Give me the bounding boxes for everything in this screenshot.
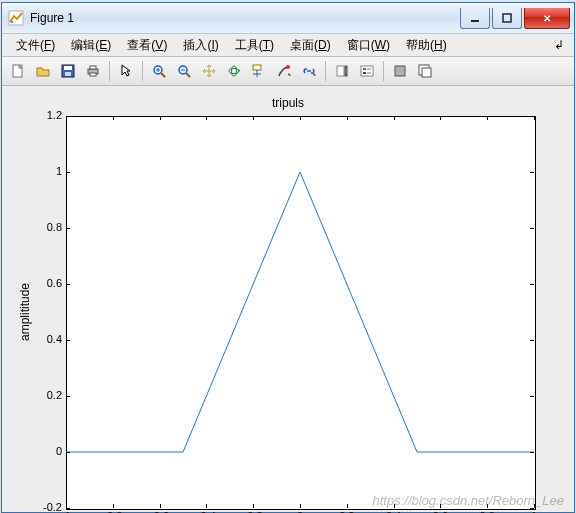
menu-window[interactable]: 窗口(W) <box>339 35 398 56</box>
plot-title: tripuls <box>2 96 574 110</box>
figure-content: tripuls amplititude -0.200.20.40.60.811.… <box>2 86 574 512</box>
x-tick <box>253 504 254 508</box>
y-tick-label: 0 <box>22 445 62 457</box>
menu-insert[interactable]: 插入(I) <box>175 35 226 56</box>
x-tick <box>347 504 348 508</box>
x-tick <box>534 116 535 120</box>
new-figure-button[interactable] <box>6 59 30 83</box>
y-tick-label: 0.2 <box>22 389 62 401</box>
menu-file[interactable]: 文件(F) <box>8 35 63 56</box>
y-tick <box>66 452 70 453</box>
y-tick <box>530 452 534 453</box>
toolbar-separator <box>142 61 143 81</box>
brush-button[interactable] <box>272 59 296 83</box>
svg-rect-20 <box>253 65 261 70</box>
y-tick <box>530 284 534 285</box>
svg-line-12 <box>161 73 165 77</box>
title-bar[interactable]: Figure 1 ✕ <box>2 3 574 34</box>
pointer-button[interactable] <box>114 59 138 83</box>
show-plot-tools-button[interactable] <box>413 59 437 83</box>
svg-rect-24 <box>337 66 344 76</box>
y-tick <box>530 340 534 341</box>
svg-point-23 <box>286 65 290 69</box>
svg-rect-10 <box>90 73 96 76</box>
zoom-out-button[interactable] <box>172 59 196 83</box>
toolbar-separator <box>325 61 326 81</box>
y-tick <box>66 172 70 173</box>
x-tick <box>440 116 441 120</box>
x-tick <box>300 504 301 508</box>
x-tick <box>160 116 161 120</box>
tool-bar <box>2 57 574 86</box>
svg-rect-33 <box>422 68 431 77</box>
menu-help[interactable]: 帮助(H) <box>398 35 455 56</box>
svg-point-19 <box>232 66 237 76</box>
y-tick <box>530 396 534 397</box>
x-tick <box>300 116 301 120</box>
menu-desktop[interactable]: 桌面(D) <box>282 35 339 56</box>
svg-rect-26 <box>361 66 373 76</box>
x-tick <box>206 504 207 508</box>
menu-bar: 文件(F) 编辑(E) 查看(V) 插入(I) 工具(T) 桌面(D) 窗口(W… <box>2 34 574 57</box>
menu-view[interactable]: 查看(V) <box>119 35 175 56</box>
y-tick <box>530 508 534 509</box>
toolbar-separator <box>383 61 384 81</box>
svg-rect-31 <box>395 66 405 76</box>
y-tick-label: 0.8 <box>22 221 62 233</box>
app-icon <box>8 10 24 26</box>
x-tick <box>113 504 114 508</box>
svg-rect-9 <box>90 66 96 69</box>
figure-window: Figure 1 ✕ 文件(F) 编辑(E) 查看(V) 插入(I) 工具(T)… <box>1 2 575 513</box>
hide-plot-tools-button[interactable] <box>388 59 412 83</box>
x-tick <box>66 116 67 120</box>
y-tick <box>66 396 70 397</box>
open-button[interactable] <box>31 59 55 83</box>
menu-chevron-icon[interactable]: ↲ <box>550 38 568 52</box>
y-tick-label: 0.4 <box>22 333 62 345</box>
window-title: Figure 1 <box>30 11 458 25</box>
print-button[interactable] <box>81 59 105 83</box>
plot-line <box>66 116 536 510</box>
y-tick <box>66 508 70 509</box>
menu-edit[interactable]: 编辑(E) <box>63 35 119 56</box>
zoom-in-button[interactable] <box>147 59 171 83</box>
maximize-button[interactable] <box>492 8 522 29</box>
toolbar-separator <box>109 61 110 81</box>
svg-point-1 <box>11 21 13 23</box>
legend-button[interactable] <box>355 59 379 83</box>
x-tick <box>253 116 254 120</box>
y-tick-label: 0.6 <box>22 277 62 289</box>
datacursor-button[interactable] <box>247 59 271 83</box>
svg-point-18 <box>229 69 239 74</box>
x-tick <box>487 116 488 120</box>
x-tick <box>347 116 348 120</box>
svg-rect-25 <box>345 66 347 76</box>
x-tick <box>66 504 67 508</box>
menu-tools[interactable]: 工具(T) <box>227 35 282 56</box>
y-tick <box>66 340 70 341</box>
window-buttons: ✕ <box>458 8 570 28</box>
y-tick <box>530 172 534 173</box>
svg-rect-3 <box>503 14 511 22</box>
save-button[interactable] <box>56 59 80 83</box>
x-tick <box>160 504 161 508</box>
svg-rect-6 <box>64 66 72 70</box>
pan-button[interactable] <box>197 59 221 83</box>
y-tick <box>66 228 70 229</box>
close-button[interactable]: ✕ <box>524 8 570 29</box>
svg-line-16 <box>186 73 190 77</box>
x-tick <box>113 116 114 120</box>
colorbar-button[interactable] <box>330 59 354 83</box>
y-tick <box>66 284 70 285</box>
svg-rect-7 <box>65 72 71 76</box>
svg-rect-2 <box>471 20 479 22</box>
minimize-button[interactable] <box>460 8 490 29</box>
x-tick <box>206 116 207 120</box>
y-tick-label: 1 <box>22 165 62 177</box>
link-button[interactable] <box>297 59 321 83</box>
y-tick-label: 1.2 <box>22 109 62 121</box>
y-tick <box>530 228 534 229</box>
x-tick <box>394 116 395 120</box>
watermark-text: https://blog.csdn.net/Reborn_Lee <box>372 493 564 508</box>
rotate3d-button[interactable] <box>222 59 246 83</box>
